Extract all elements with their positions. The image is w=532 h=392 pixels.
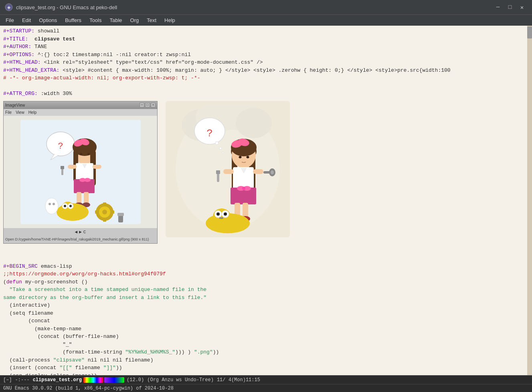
line-docstring-2: same directory as the org-buffer and ins… [3, 294, 524, 302]
line-org-display: (org-display-inline-images)) [3, 372, 524, 376]
image-row: ImageView ─ □ × File View Help [3, 101, 524, 244]
line-comment: ;;https://orgmode.org/worg/org-hacks.htm… [3, 270, 524, 278]
menu-file[interactable]: File [2, 16, 18, 24]
imageview-min-btn[interactable]: ─ [140, 103, 144, 107]
status-modes: (Org Anzu ws Undo-Tree) [146, 377, 215, 383]
imageview-title-text: ImageView [5, 102, 25, 108]
svg-rect-19 [84, 192, 89, 204]
svg-point-51 [215, 141, 218, 145]
emacs-icon: ◈ [5, 3, 13, 11]
line-1: #+STARTUP: showall [3, 27, 524, 35]
svg-rect-76 [216, 170, 220, 174]
svg-rect-38 [110, 210, 114, 214]
svg-point-84 [216, 212, 220, 216]
emacs-version: GNU Emacs 30.0.92 (build 1, x86_64-pc-cy… [2, 386, 175, 391]
menu-tools[interactable]: Tools [85, 16, 105, 24]
menu-edit[interactable]: Edit [18, 16, 35, 24]
menu-buffers[interactable]: Buffers [61, 16, 85, 24]
imageview-playback-controls: ◀ ▶ C [4, 228, 157, 236]
svg-point-52 [219, 147, 222, 150]
titlebar: ◈ clipsave_test.org - GNU Emacs at peko-… [0, 0, 532, 14]
menubar: File Edit Options Buffers Tools Table Or… [0, 14, 532, 26]
svg-point-53 [222, 152, 224, 154]
svg-point-17 [84, 178, 91, 182]
svg-rect-43 [117, 213, 124, 216]
line-insert: (insert (concat "[[" filename "]]")) [3, 364, 524, 372]
line-interactive: (interactive) [3, 301, 524, 309]
menu-table[interactable]: Table [105, 16, 126, 24]
line-3: #+AUTHOR: TANE [3, 43, 524, 51]
svg-point-12 [80, 153, 82, 155]
svg-rect-22 [68, 165, 77, 169]
large-inline-image: ? [166, 101, 290, 237]
imageview-menu-file[interactable]: File [5, 109, 12, 115]
svg-point-30 [64, 205, 66, 207]
imageview-controls-row: ─ □ × [140, 103, 156, 107]
line-8 [3, 82, 524, 90]
statusbar2: GNU Emacs 30.0.92 (build 1, x86_64-pc-cy… [0, 384, 532, 392]
imageview-footer: Open D:/cygwin/home/TANE-HP/images/trial… [4, 236, 157, 243]
large-illustration: ? [170, 105, 286, 233]
svg-text:?: ? [206, 127, 213, 139]
svg-point-79 [271, 170, 274, 174]
svg-text:◈: ◈ [7, 5, 11, 10]
svg-point-39 [45, 198, 58, 214]
svg-point-62 [239, 156, 242, 158]
line-concat1: (concat [3, 317, 524, 325]
line-defun: (defun my-org-screenshot () [3, 278, 524, 286]
status-dashes: -:--- [14, 377, 31, 383]
status-position: 11/ 4(Mon)11:15 [215, 377, 262, 383]
status-rainbow-bar [83, 377, 103, 383]
imageview-menu-help[interactable]: Help [28, 109, 37, 115]
svg-point-41 [53, 203, 55, 205]
svg-point-31 [69, 205, 72, 207]
line-empty-2 [3, 255, 524, 263]
line-empty-1 [3, 247, 524, 255]
scrollbar[interactable] [527, 26, 532, 375]
line-7: # -*- org-image-actual-width: nil; org-e… [3, 74, 524, 82]
menu-text[interactable]: Text [143, 16, 160, 24]
line-format-time: (format-time-string "%Y%m%d_%H%M%S_"))) … [3, 348, 524, 356]
svg-point-40 [49, 203, 51, 205]
minimize-button[interactable]: ─ [493, 2, 503, 12]
scrollbar-thumb[interactable] [527, 26, 532, 38]
menu-options[interactable]: Options [35, 16, 61, 24]
imageview-max-btn[interactable]: □ [145, 103, 150, 107]
svg-rect-42 [118, 215, 123, 222]
line-begin-src: #+BEGIN_SRC emacs-lisp [3, 263, 524, 271]
svg-point-61 [238, 141, 243, 145]
imageview-menubar: File View Help [4, 109, 157, 116]
svg-rect-73 [223, 169, 234, 174]
svg-rect-37 [95, 210, 99, 214]
svg-point-11 [79, 141, 83, 145]
small-illustration: ? [20, 120, 141, 224]
svg-rect-18 [77, 192, 81, 204]
menu-help[interactable]: Help [160, 16, 179, 24]
svg-text:?: ? [58, 141, 63, 152]
status-line-info: (12.0) [125, 377, 146, 383]
title-value: clipsave test [34, 36, 75, 42]
line-9: #+ATTR_ORG: :width 30% [3, 90, 524, 98]
status-filename: clipsave_test.org [31, 377, 83, 383]
svg-rect-74 [253, 169, 263, 174]
svg-rect-25 [61, 166, 64, 169]
play-btn[interactable]: ▶ [79, 229, 82, 236]
line-4: #+OPTIONS: ^:{} toc:2 timestamp:nil -:ni… [3, 51, 524, 59]
info-btn[interactable]: C [83, 229, 86, 236]
line-underscore: "_" [3, 341, 524, 349]
svg-point-85 [224, 212, 227, 216]
editor-area: #+STARTUP: showall #+TITLE: clipsave tes… [0, 26, 532, 375]
svg-rect-86 [219, 217, 223, 219]
prev-btn[interactable]: ◀ [75, 229, 78, 236]
close-button[interactable]: ✕ [517, 2, 527, 12]
imageview-close-btn[interactable]: × [151, 103, 156, 107]
svg-point-63 [247, 156, 249, 158]
imageview-menu-view[interactable]: View [16, 109, 24, 115]
line-concat2: (concat (buffer-file-name) [3, 333, 524, 341]
maximize-button[interactable]: □ [505, 2, 515, 12]
line-5: #+HTML_HEAD: <link rel="stylesheet" type… [3, 59, 524, 67]
line-6: #+HTML_HEAD_EXTRA: <style> #content { ma… [3, 67, 524, 75]
menu-org[interactable]: Org [126, 16, 143, 24]
editor-content[interactable]: #+STARTUP: showall #+TITLE: clipsave tes… [0, 26, 527, 375]
line-make-temp: (make-temp-name [3, 325, 524, 333]
